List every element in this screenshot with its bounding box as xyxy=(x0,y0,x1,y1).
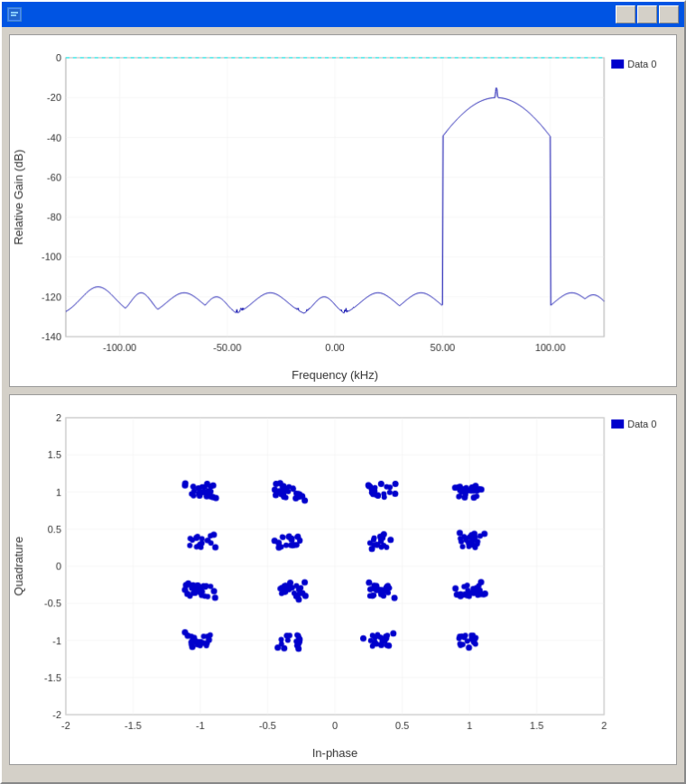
window-content xyxy=(2,27,684,782)
maximize-button[interactable] xyxy=(637,5,657,23)
window-controls xyxy=(616,5,679,23)
title-bar xyxy=(2,2,684,27)
close-button[interactable] xyxy=(659,5,679,23)
app-icon xyxy=(7,7,22,22)
main-window xyxy=(0,0,686,784)
constellation-chart xyxy=(9,394,677,765)
svg-rect-3 xyxy=(11,14,16,16)
svg-rect-2 xyxy=(11,12,18,14)
spectrum-canvas xyxy=(10,35,676,386)
spectrum-chart xyxy=(9,34,677,387)
minimize-button[interactable] xyxy=(616,5,635,23)
constellation-canvas xyxy=(10,395,676,764)
